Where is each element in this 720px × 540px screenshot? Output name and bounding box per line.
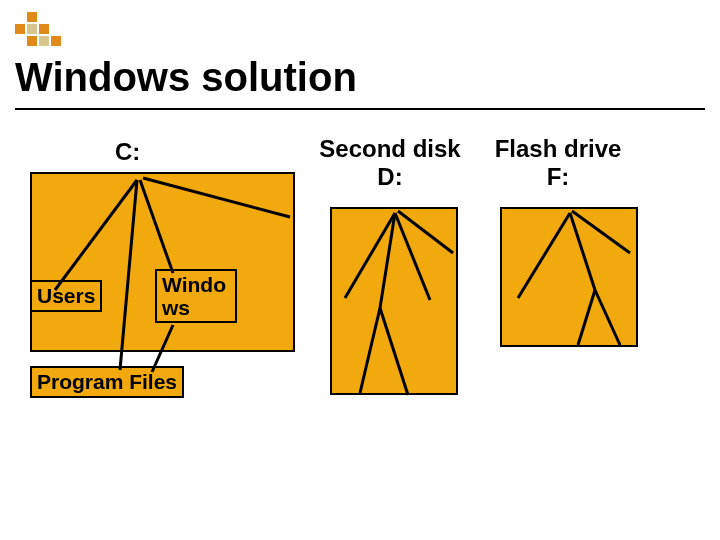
slide-title: Windows solution [15,55,357,100]
drive-d-line1: Second disk [305,135,475,163]
drive-d-label: Second disk D: [305,135,475,191]
drive-f-label: Flash drive F: [483,135,633,191]
slide-logo-icon [15,12,61,46]
drive-c-label: C: [115,138,140,166]
folder-progfiles-label: Program Files [30,366,184,398]
drive-d-tree-box [330,207,458,395]
folder-windows-line1: Windo [162,273,226,296]
folder-users-label: Users [30,280,102,312]
folder-windows-label: Windo ws [155,269,237,323]
drive-f-line1: Flash drive [483,135,633,163]
folder-windows-line2: ws [162,296,190,319]
title-divider [15,108,705,110]
drive-f-line2: F: [483,163,633,191]
drive-c-tree-box [30,172,295,352]
drive-d-line2: D: [305,163,475,191]
drive-f-tree-box [500,207,638,347]
